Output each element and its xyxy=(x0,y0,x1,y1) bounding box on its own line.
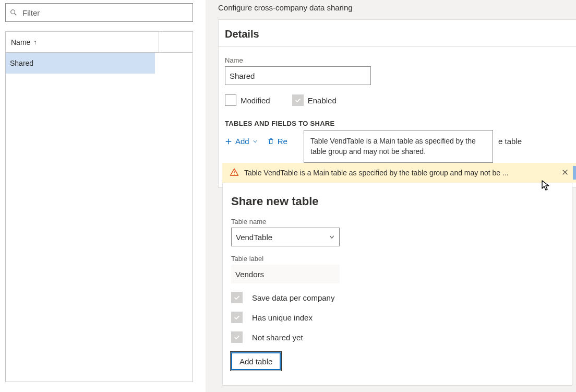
filter-box[interactable] xyxy=(5,3,193,22)
grid-header-row: Name ↑ xyxy=(6,32,193,53)
sort-ascending-icon: ↑ xyxy=(33,39,37,46)
add-button[interactable]: Add xyxy=(225,137,258,146)
column-header-name[interactable]: Name ↑ xyxy=(10,32,159,52)
add-table-button[interactable]: Add table xyxy=(231,352,281,370)
not-shared-yet-label: Not shared yet xyxy=(252,333,303,342)
filter-input[interactable] xyxy=(21,8,188,18)
not-shared-yet-checkbox[interactable]: Not shared yet xyxy=(231,331,563,343)
table-name-label: Table name xyxy=(231,218,563,225)
scroll-indicator[interactable] xyxy=(573,166,576,180)
plus-icon xyxy=(225,138,232,145)
checkbox-checked-disabled-icon xyxy=(231,292,243,303)
svg-line-1 xyxy=(15,14,17,16)
details-header: Details xyxy=(219,20,576,47)
list-row[interactable]: Shared xyxy=(6,53,155,74)
table-name-value: VendTable xyxy=(236,233,272,242)
has-unique-index-checkbox[interactable]: Has unique index xyxy=(231,312,563,323)
tables-section-caption: TABLES AND FIELDS TO SHARE xyxy=(225,120,570,127)
modified-checkbox[interactable]: Modified xyxy=(225,94,270,106)
warning-message-bar: Table VendTable is a Main table as speci… xyxy=(222,163,576,183)
column-header-label: Name xyxy=(11,38,30,46)
partial-command-text: e table xyxy=(498,137,522,146)
svg-point-3 xyxy=(234,173,235,174)
tooltip-text: Table VendTable is a Main table as speci… xyxy=(310,137,476,156)
records-grid: Name ↑ Shared xyxy=(5,31,193,382)
svg-point-0 xyxy=(11,10,15,14)
warning-icon xyxy=(230,168,239,179)
name-input[interactable] xyxy=(225,66,371,85)
search-icon xyxy=(10,9,17,16)
dialog-title: Share new table xyxy=(231,195,563,208)
partial-command-tail[interactable]: e table xyxy=(498,137,522,146)
name-field-label: Name xyxy=(225,56,570,64)
chevron-down-icon xyxy=(329,234,335,240)
modified-checkbox-label: Modified xyxy=(241,96,270,105)
save-data-label: Save data per company xyxy=(252,293,334,302)
trash-icon xyxy=(267,138,274,145)
enabled-checkbox[interactable]: Enabled xyxy=(292,94,337,106)
warning-message-text: Table VendTable is a Main table as speci… xyxy=(244,169,554,177)
remove-button-label: Re xyxy=(278,137,287,146)
checkbox-checked-disabled-icon xyxy=(231,312,243,323)
enabled-checkbox-label: Enabled xyxy=(308,96,337,105)
left-list-pane: Name ↑ Shared xyxy=(0,0,206,392)
table-name-combo[interactable]: VendTable xyxy=(231,228,340,246)
save-data-per-company-checkbox[interactable]: Save data per company xyxy=(231,292,563,303)
table-label-label: Table label xyxy=(231,255,563,263)
share-new-table-dialog: Share new table Table name VendTable Tab… xyxy=(222,183,572,386)
chevron-down-icon xyxy=(253,139,258,144)
close-icon xyxy=(561,169,569,176)
table-label-value-field: Vendors xyxy=(231,265,340,283)
page-title: Configure cross-company data sharing xyxy=(218,0,576,19)
remove-button[interactable]: Re xyxy=(267,137,287,146)
table-label-value: Vendors xyxy=(235,270,264,279)
checkbox-checked-disabled-icon xyxy=(292,94,304,106)
list-row-text: Shared xyxy=(10,59,33,67)
checkbox-icon xyxy=(225,94,236,106)
warning-tooltip: Table VendTable is a Main table as speci… xyxy=(304,130,493,163)
add-button-label: Add xyxy=(235,137,249,146)
has-unique-index-label: Has unique index xyxy=(252,313,313,322)
checkbox-checked-disabled-icon xyxy=(231,331,243,343)
add-table-button-label: Add table xyxy=(239,357,272,366)
close-warning-button[interactable] xyxy=(559,167,571,180)
